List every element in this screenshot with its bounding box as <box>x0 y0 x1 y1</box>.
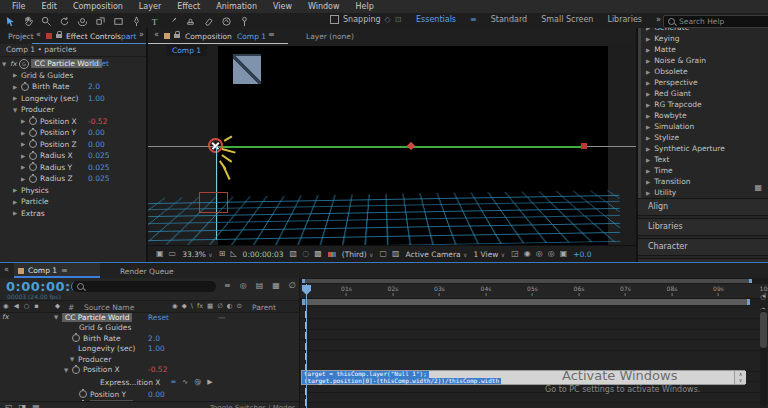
property-value[interactable]: 0.00 <box>88 128 105 137</box>
property-value[interactable]: 0.025 <box>88 163 109 172</box>
stopwatch-icon[interactable] <box>79 390 87 398</box>
stopwatch-icon[interactable] <box>29 152 37 160</box>
camera-view-select[interactable]: Active Camera ∨ <box>406 250 468 259</box>
time-category[interactable]: Time <box>641 165 768 176</box>
adjustment-switch-icon[interactable]: ◐ <box>227 303 233 310</box>
type-tool-button[interactable]: T <box>148 15 161 28</box>
3d-switch-icon[interactable]: ⊙ <box>237 303 242 310</box>
motion-path[interactable] <box>219 146 585 148</box>
stopwatch-icon[interactable] <box>72 366 80 374</box>
panel-menu-icon[interactable]: ≡ <box>268 31 275 39</box>
timeline-row[interactable]: fx Longevity (sec) =∿@▶ 1.00 <box>0 344 299 355</box>
mask-visibility-icon[interactable]: ◺ <box>230 250 236 258</box>
twirl-icon[interactable]: ▶ <box>21 118 29 124</box>
frame-blend-switch-icon[interactable]: ▦ <box>207 303 213 310</box>
stopwatch-icon[interactable] <box>29 140 37 148</box>
fx-switch-icon[interactable]: fx <box>197 303 203 310</box>
resolution-select[interactable]: (Third) ∨ <box>342 250 374 259</box>
property-value[interactable]: 0.00 <box>88 140 105 149</box>
rotate-tool-button[interactable] <box>58 15 71 28</box>
panel-back-icon[interactable]: « <box>36 31 41 39</box>
property-value[interactable]: 1.00 <box>88 94 105 103</box>
rg-trapcode-category[interactable]: RG Trapcode <box>641 99 768 110</box>
camera-settings-icon[interactable]: ◉ <box>524 250 531 258</box>
rectangle-tool-button[interactable] <box>112 15 125 28</box>
pan-behind-3d-icon[interactable]: ◲ <box>511 250 519 258</box>
hand-tool-button[interactable] <box>22 15 35 28</box>
transparency-grid-icon[interactable]: ▨ <box>392 250 400 258</box>
fast-previews-icon[interactable]: ◎ <box>548 250 555 258</box>
twirl-icon[interactable]: ▼ <box>13 107 21 113</box>
stopwatch-icon[interactable] <box>29 163 37 171</box>
expression-scroll-stepper[interactable]: ∧∨ <box>734 371 746 384</box>
expand-graph-icon[interactable]: ▦ <box>32 404 40 408</box>
twirl-icon[interactable]: ▼ <box>2 61 10 67</box>
ghost-icon[interactable]: ◌ <box>302 250 309 258</box>
selection-tool-button[interactable] <box>4 15 17 28</box>
effect-property-row[interactable]: ▶ Position X -0.52 <box>0 116 146 128</box>
synthetic-aperture-category[interactable]: Synthetic Aperture <box>641 143 768 154</box>
effect-reset-link[interactable]: Reset <box>88 59 109 68</box>
menu-item[interactable]: Edit <box>33 2 65 11</box>
expression-line-2[interactable]: (target.position[0]-(thisComp.width/2))/… <box>302 378 501 385</box>
matte-category[interactable]: Matte <box>641 44 768 55</box>
twirl-icon[interactable]: ▶ <box>13 199 21 205</box>
composition-viewport[interactable]: Comp 1 <box>148 44 636 246</box>
solo-column-icon[interactable]: ○ <box>24 303 30 310</box>
menu-item[interactable]: Help <box>348 2 382 11</box>
twirl-icon[interactable]: ▶ <box>13 187 21 193</box>
snap-features-icon[interactable]: ⊡ <box>395 16 402 24</box>
tab-comp-timeline[interactable]: Comp 1 ≡ <box>14 263 100 278</box>
work-area-bar[interactable] <box>302 299 750 305</box>
effect-property-row[interactable]: ▶ Longevity (sec) 1.00 <box>0 93 146 105</box>
number-column[interactable]: # <box>68 303 74 312</box>
stopwatch-icon[interactable] <box>72 334 80 342</box>
noise-grain-category[interactable]: Noise & Grain <box>641 55 768 66</box>
timeline-row[interactable]: fx ▼ CC Particle World =∿@▶ Reset — <box>0 312 299 323</box>
stopwatch-icon[interactable] <box>21 83 29 91</box>
audio-column-icon[interactable]: ◀ <box>14 303 19 310</box>
stopwatch-icon[interactable] <box>29 129 37 137</box>
text-category[interactable]: Text <box>641 154 768 165</box>
time-ruler[interactable]: 01s02s03s04s05s06s07s08s09s10s <box>300 284 768 299</box>
timeline-row[interactable]: fx Position Y =∿@▶ 0.00 <box>0 389 299 400</box>
menu-item[interactable]: File <box>4 2 33 11</box>
effect-header-row[interactable]: ▼ fx G CC Particle World Reset <box>0 58 146 70</box>
take-snapshot-icon[interactable]: ▣ <box>156 250 164 258</box>
twirl-icon[interactable]: ▶ <box>21 164 29 170</box>
twirl-icon[interactable]: ▶ <box>21 176 29 182</box>
video-column-icon[interactable]: ◉ <box>3 303 9 310</box>
panel-back-icon[interactable]: « <box>154 31 159 39</box>
effect-property-row[interactable]: ▶ Birth Rate 2.0 <box>0 81 146 93</box>
clone-stamp-tool-button[interactable] <box>184 15 197 28</box>
property-value[interactable]: 0.025 <box>88 151 109 160</box>
zoom-tool-button[interactable] <box>40 15 53 28</box>
viewer-timecode[interactable]: 0:00:00:03 <box>243 250 284 259</box>
workspace-small-screen[interactable]: Small Screen <box>541 15 593 24</box>
expression-controls[interactable]: =∿@▶ <box>170 378 212 386</box>
character-panel-header[interactable]: Character <box>638 238 768 256</box>
puppet-pin-tool-button[interactable] <box>238 15 251 28</box>
tab-effect-controls-layer[interactable]: part <box>121 32 136 41</box>
workspace-menu-icon[interactable]: ≡ <box>470 16 477 24</box>
row-value[interactable]: 2.0 <box>148 334 160 343</box>
panel-menu-icon[interactable]: ≡ <box>61 267 68 275</box>
red-giant-category[interactable]: Red Giant <box>641 88 768 99</box>
quality-switch-icon[interactable]: \ <box>191 303 193 310</box>
region-of-interest-icon[interactable]: ▢ <box>379 250 387 258</box>
libraries-panel-header[interactable]: Libraries <box>638 218 768 236</box>
pen-tool-button[interactable] <box>130 15 143 28</box>
tab-render-queue[interactable]: Render Queue <box>120 267 174 276</box>
menu-item[interactable]: Layer <box>131 2 169 11</box>
choose-grid-icon[interactable]: ⊞ <box>219 250 226 258</box>
roto-brush-tool-button[interactable] <box>220 15 233 28</box>
row-value[interactable]: Reset <box>148 313 169 322</box>
keying-category[interactable]: Keying <box>641 33 768 44</box>
rowbyte-category[interactable]: Rowbyte <box>641 110 768 121</box>
snap-edges-icon[interactable]: ◇ <box>385 16 391 24</box>
mini-flowchart-icon[interactable]: ≡ <box>224 282 231 290</box>
twirl-icon[interactable]: ▶ <box>21 153 29 159</box>
draft-3d-icon[interactable]: ◎ <box>240 282 247 290</box>
timeline-row[interactable]: fx Express...ition X =∿@▶ <box>0 375 299 389</box>
menu-item[interactable]: Window <box>300 2 348 11</box>
